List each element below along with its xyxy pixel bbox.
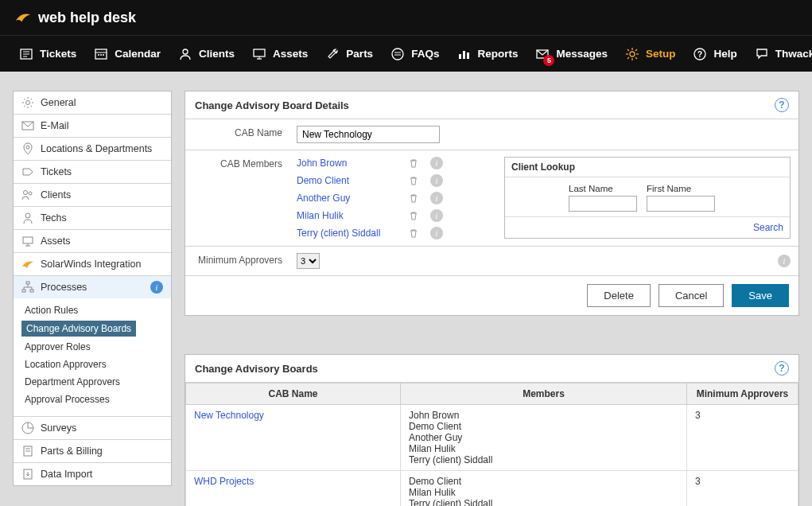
nav-messages[interactable]: 5 Messages xyxy=(535,47,608,61)
nav-calendar[interactable]: Calendar xyxy=(94,47,161,61)
panel-header: Change Advisory Boards ? xyxy=(185,355,798,383)
member-link[interactable]: Terry (client) Siddall xyxy=(297,228,400,239)
svg-point-9 xyxy=(183,49,188,54)
member-link[interactable]: John Brown xyxy=(297,158,400,169)
surveys-icon xyxy=(21,422,34,434)
trash-icon[interactable] xyxy=(408,158,419,169)
info-icon[interactable]: i xyxy=(778,255,791,267)
submenu-location-approvers[interactable]: Location Approvers xyxy=(14,356,171,373)
info-icon[interactable]: i xyxy=(430,209,443,222)
last-name-input[interactable] xyxy=(569,196,637,212)
member-link[interactable]: Another Guy xyxy=(297,193,400,204)
sidebar-item-data-import[interactable]: Data Import xyxy=(14,463,171,485)
nav-parts[interactable]: Parts xyxy=(325,47,373,61)
member-link[interactable]: Demo Client xyxy=(297,175,400,186)
solarwinds integration-icon xyxy=(21,258,34,271)
cab-name-input[interactable] xyxy=(297,126,440,143)
nav-faqs[interactable]: FAQs xyxy=(390,47,439,61)
submenu-approval-processes[interactable]: Approval Processes xyxy=(14,391,171,408)
trash-icon[interactable] xyxy=(408,175,419,186)
svg-point-41 xyxy=(26,146,29,149)
sidebar-item-label: Locations & Departments xyxy=(41,143,152,154)
svg-rect-10 xyxy=(254,49,265,56)
nav-tickets[interactable]: Tickets xyxy=(19,47,76,61)
member-link[interactable]: Milan Hulik xyxy=(297,210,400,221)
content-area: Change Advisory Board Details ? CAB Name… xyxy=(185,91,799,506)
sidebar-item-assets[interactable]: Assets xyxy=(14,230,171,253)
first-name-input[interactable] xyxy=(647,196,715,212)
info-icon[interactable]: i xyxy=(430,192,443,204)
svg-rect-50 xyxy=(30,290,33,292)
sidebar-item-parts-billing[interactable]: Parts & Billing xyxy=(14,440,171,463)
row-cab-members: CAB Members John BrowniDemo ClientiAnoth… xyxy=(185,150,798,247)
sidebar-item-solarwinds-integration[interactable]: SolarWinds Integration xyxy=(14,253,171,276)
info-icon[interactable]: i xyxy=(430,174,443,187)
nav-help[interactable]: ? Help xyxy=(693,47,736,61)
data import-icon xyxy=(21,468,34,481)
search-button[interactable]: Search xyxy=(753,222,783,233)
sidebar-item-label: Clients xyxy=(41,189,71,200)
submenu-change-advisory-boards[interactable]: Change Advisory Boards xyxy=(21,321,136,337)
delete-button[interactable]: Delete xyxy=(587,284,651,307)
member-row: Milan Huliki xyxy=(297,209,443,222)
label-min-approvers: Minimum Approvers xyxy=(185,247,289,275)
help-icon[interactable]: ? xyxy=(775,98,789,112)
info-icon[interactable]: i xyxy=(150,281,163,294)
sidebar-item-locations-departments[interactable]: Locations & Departments xyxy=(14,138,171,161)
cab-link[interactable]: New Technology xyxy=(194,410,264,421)
sidebar-item-processes[interactable]: Processesi xyxy=(14,276,171,298)
chart-icon xyxy=(457,47,471,61)
help-icon: ? xyxy=(693,47,707,61)
svg-point-8 xyxy=(103,54,104,56)
sidebar-item-clients[interactable]: Clients xyxy=(14,184,171,207)
nav-reports[interactable]: Reports xyxy=(457,47,518,61)
nav-setup[interactable]: Setup xyxy=(625,47,676,61)
wrench-icon xyxy=(325,47,340,61)
trash-icon[interactable] xyxy=(408,210,419,221)
info-icon[interactable]: i xyxy=(430,227,443,239)
trash-icon[interactable] xyxy=(408,193,419,204)
svg-point-43 xyxy=(29,192,32,195)
main-nav: Tickets Calendar Clients Assets Parts FA… xyxy=(0,35,812,72)
submenu-department-approvers[interactable]: Department Approvers xyxy=(14,373,171,391)
sidebar-item-e-mail[interactable]: E-Mail xyxy=(14,115,171,138)
sidebar-item-surveys[interactable]: Surveys xyxy=(14,417,171,440)
actions-row: Delete Cancel Save xyxy=(185,276,798,315)
assets-icon xyxy=(21,235,34,247)
nav-label: Parts xyxy=(346,48,373,60)
nav-label: Setup xyxy=(646,48,676,60)
trash-icon[interactable] xyxy=(408,228,419,239)
nav-assets[interactable]: Assets xyxy=(252,47,308,61)
label-cab-members: CAB Members xyxy=(185,150,289,246)
sidebar-item-label: General xyxy=(41,97,76,108)
svg-line-39 xyxy=(31,99,33,100)
label-first-name: First Name xyxy=(647,184,715,193)
cab-list-panel: Change Advisory Boards ? CAB Name Member… xyxy=(185,354,799,506)
info-icon[interactable]: i xyxy=(430,157,443,169)
sidebar-item-label: Tickets xyxy=(41,166,72,177)
techs-icon xyxy=(21,212,34,224)
svg-line-27 xyxy=(627,57,629,59)
members-list: John BrowniDemo ClientiAnother GuyiMilan… xyxy=(297,157,443,239)
help-icon[interactable]: ? xyxy=(775,361,789,376)
sidebar-item-label: Assets xyxy=(41,235,71,247)
submenu-action-rules[interactable]: Action Rules xyxy=(14,302,171,319)
processes-icon xyxy=(21,281,34,294)
brand-text: web help desk xyxy=(38,10,136,26)
tickets-icon xyxy=(21,165,34,178)
svg-line-28 xyxy=(635,49,637,51)
nav-clients[interactable]: Clients xyxy=(178,47,235,61)
nav-thwack[interactable]: Thwack xyxy=(755,47,812,61)
sidebar-item-general[interactable]: General xyxy=(14,91,171,115)
cancel-button[interactable]: Cancel xyxy=(659,284,724,307)
sidebar-item-label: Processes xyxy=(41,282,87,293)
cab-link[interactable]: WHD Projects xyxy=(194,476,254,487)
submenu-approver-roles[interactable]: Approver Roles xyxy=(14,338,171,356)
min-approvers-select[interactable]: 3 xyxy=(297,253,320,269)
svg-rect-48 xyxy=(26,282,29,284)
sidebar-item-techs[interactable]: Techs xyxy=(14,207,171,230)
save-button[interactable]: Save xyxy=(732,284,789,307)
panel-header: Change Advisory Board Details ? xyxy=(185,91,798,119)
row-min-approvers: Minimum Approvers 3 i xyxy=(185,247,798,276)
sidebar-item-tickets[interactable]: Tickets xyxy=(14,161,171,184)
